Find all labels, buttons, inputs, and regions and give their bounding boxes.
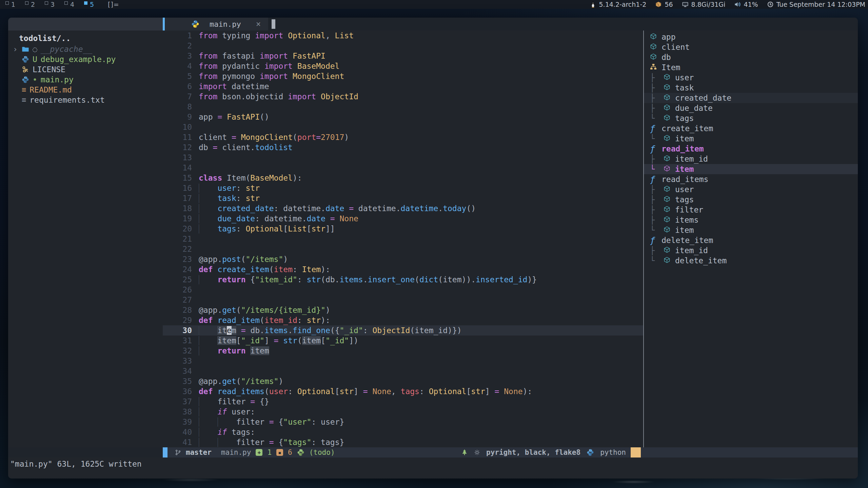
symbol-item-user[interactable]: ├ user bbox=[644, 184, 858, 195]
filetree-item-license[interactable]: LICENSE bbox=[8, 64, 163, 75]
workspace-square-icon bbox=[25, 1, 28, 5]
workspace-square-icon bbox=[64, 1, 68, 5]
python-icon bbox=[297, 449, 304, 456]
code-editor[interactable]: 1from typing import Optional, List 2 3fr… bbox=[163, 30, 643, 447]
git-added-count: 1 bbox=[267, 448, 272, 456]
symbol-item-delete_item[interactable]: └ delete_item bbox=[644, 256, 858, 266]
symbol-item-item[interactable]: └ item bbox=[644, 225, 858, 235]
filetree-root-header[interactable]: todolist/.. bbox=[8, 32, 163, 44]
filetree-item-debug-example-py[interactable]: U debug_example.py bbox=[8, 54, 163, 64]
workspace-3[interactable]: 3 bbox=[43, 0, 62, 9]
symbol-item-filter[interactable]: ├ filter bbox=[644, 205, 858, 215]
symbol-item-due_date[interactable]: ├ due_date bbox=[644, 103, 858, 113]
function-icon: ƒ bbox=[650, 144, 662, 154]
line-number: 21 bbox=[163, 234, 192, 244]
tree-connector: ├ bbox=[644, 83, 664, 92]
workspace-5[interactable]: 5 bbox=[82, 0, 102, 9]
line-number: 2 bbox=[163, 41, 192, 51]
symbol-item-item[interactable]: └ item bbox=[644, 134, 858, 144]
symbol-item-tags[interactable]: ├ tags bbox=[644, 195, 858, 205]
workspace-4[interactable]: 4 bbox=[62, 0, 82, 9]
list-icon-orange: ≡ bbox=[22, 86, 26, 94]
code-line: 5from pymongo import MongoClient bbox=[163, 71, 643, 81]
symbol-item-create_item[interactable]: ƒ create_item bbox=[644, 123, 858, 134]
filetree-item-main-py[interactable]: • main.py bbox=[8, 75, 163, 85]
cube-icon bbox=[664, 216, 675, 224]
line-number: 8 bbox=[163, 102, 192, 112]
symbol-item-db[interactable]: db bbox=[644, 52, 858, 62]
cube-icon bbox=[650, 43, 662, 52]
symbol-item-item_id[interactable]: ├ item_id bbox=[644, 154, 858, 164]
tree-connector: ├ bbox=[644, 94, 664, 102]
symbol-item-items[interactable]: ├ items bbox=[644, 215, 858, 225]
tab-label: main.py bbox=[210, 20, 241, 28]
filetree-item-requirements-txt[interactable]: ≡ requirements.txt bbox=[8, 95, 163, 105]
symbol-item-task[interactable]: ├ task bbox=[644, 83, 858, 93]
symbol-label: delete_item bbox=[675, 256, 727, 265]
code-line: 12db = client.todolist bbox=[163, 142, 643, 152]
symbol-item-delete_item[interactable]: ƒ delete_item bbox=[644, 235, 858, 245]
symbol-item-client[interactable]: client bbox=[644, 42, 858, 52]
status-text: Tue September 14 12:03PM bbox=[776, 1, 865, 8]
symbol-label: item bbox=[675, 226, 694, 235]
symbol-item-tags[interactable]: └ tags bbox=[644, 113, 858, 123]
symbol-item-Item[interactable]: Item bbox=[644, 62, 858, 73]
code-line: 23@app.post("/items") bbox=[163, 254, 643, 264]
line-number: 40 bbox=[163, 427, 192, 437]
symbol-label: item_id bbox=[675, 246, 708, 255]
line-number: 9 bbox=[163, 112, 192, 122]
statusline-mode-block bbox=[163, 447, 167, 458]
code-line: 38▏ if user: bbox=[163, 407, 643, 417]
workspace-number: 2 bbox=[31, 1, 35, 8]
function-icon: ƒ bbox=[650, 124, 662, 134]
virtualenv-label: (todo) bbox=[309, 448, 335, 456]
cube-icon bbox=[664, 256, 675, 265]
symbol-item-app[interactable]: app bbox=[644, 32, 858, 42]
line-number: 34 bbox=[163, 366, 192, 376]
symbol-item-read_item[interactable]: ƒ read_item bbox=[644, 144, 858, 154]
cube-icon bbox=[664, 104, 675, 113]
line-number: 38 bbox=[163, 407, 192, 417]
filetree-item--pycache-[interactable]: › ◌ __pycache__ bbox=[8, 44, 163, 54]
line-number: 3 bbox=[163, 51, 192, 61]
symbol-item-item[interactable]: └ item bbox=[644, 164, 858, 174]
code-line: 34 bbox=[163, 366, 643, 376]
tree-connector: └ bbox=[644, 134, 664, 143]
status-segment: Tue September 14 12:03PM bbox=[767, 1, 865, 8]
symbol-item-user[interactable]: ├ user bbox=[644, 73, 858, 83]
volume-icon bbox=[734, 1, 741, 8]
filetype-label: python bbox=[600, 448, 626, 456]
cube-icon bbox=[650, 33, 662, 41]
status-segment: 41% bbox=[734, 1, 758, 8]
code-line: 35@app.get("/items") bbox=[163, 376, 643, 386]
code-line: 1from typing import Optional, List bbox=[163, 30, 643, 41]
symbol-item-created_date[interactable]: ├ created_date bbox=[644, 93, 858, 103]
python-icon bbox=[22, 76, 29, 83]
symbol-item-item_id[interactable]: ├ item_id bbox=[644, 245, 858, 256]
tab-main-py[interactable]: main.py × bbox=[165, 18, 268, 30]
workspace-number: 1 bbox=[11, 1, 15, 8]
close-icon[interactable]: × bbox=[256, 19, 261, 29]
code-line: 32▏ return item bbox=[163, 346, 643, 356]
cube-icon bbox=[664, 73, 675, 82]
symbol-label: item_id bbox=[675, 155, 708, 163]
filetree-item-readme-md[interactable]: ≡ README.md bbox=[8, 85, 163, 95]
workspace-1[interactable]: 1 bbox=[3, 0, 23, 9]
line-number: 20 bbox=[163, 224, 192, 234]
symbol-label: read_items bbox=[662, 175, 708, 184]
system-status-segments: 5.14.2-arch1-2568.8Gi/31Gi41%Tue Septemb… bbox=[590, 1, 865, 8]
cube-icon bbox=[664, 165, 675, 174]
cube-icon bbox=[664, 134, 675, 143]
vim-command-line[interactable]: "main.py" 63L, 1625C written bbox=[8, 458, 858, 479]
symbol-item-read_items[interactable]: ƒ read_items bbox=[644, 174, 858, 184]
workspace-2[interactable]: 2 bbox=[23, 0, 43, 9]
code-line: 25▏ return {"item_id": str(db.items.inse… bbox=[163, 274, 643, 285]
cube-icon bbox=[664, 94, 675, 102]
code-line: 4from pydantic import BaseModel bbox=[163, 61, 643, 71]
git-branch-icon bbox=[175, 449, 181, 455]
file-explorer-panel[interactable]: todolist/.. › ◌ __pycache__ U debug_exam… bbox=[8, 30, 163, 447]
git-status-badge: U bbox=[33, 55, 37, 64]
filetree-item-label: __pycache__ bbox=[41, 45, 92, 54]
symbols-outline-panel[interactable]: app client db Item ├ user ├ task ├ creat… bbox=[644, 30, 858, 447]
filetree-item-label: debug_example.py bbox=[41, 55, 116, 64]
